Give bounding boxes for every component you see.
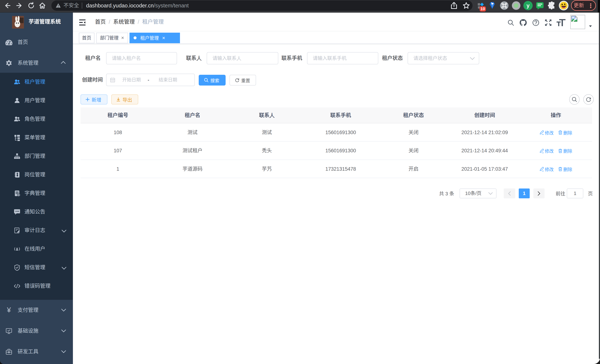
svg-text:¥: ¥	[7, 307, 11, 314]
